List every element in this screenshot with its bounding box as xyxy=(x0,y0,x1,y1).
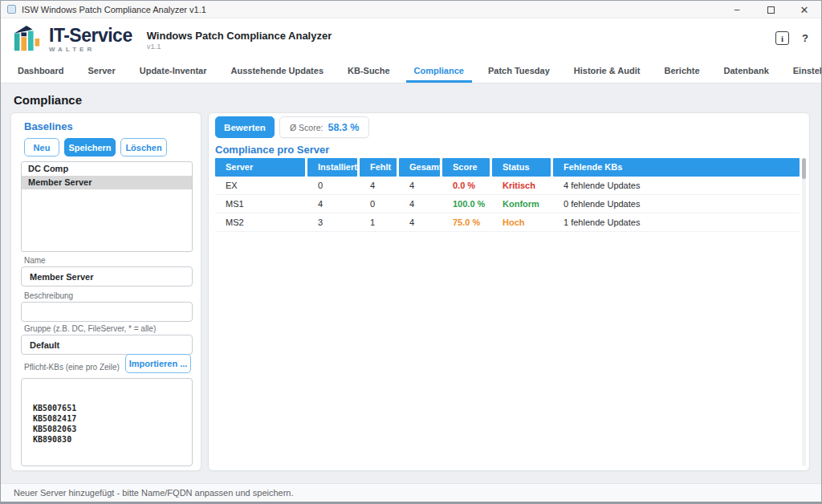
table-heading: Compliance pro Server xyxy=(215,144,329,156)
window-controls: – ✕ xyxy=(720,1,821,18)
delete-baseline-button[interactable]: Löschen xyxy=(120,138,167,156)
save-baseline-button[interactable]: Speichern xyxy=(64,138,116,156)
new-baseline-button[interactable]: Neu xyxy=(24,138,59,156)
cell-installed: 4 xyxy=(307,195,357,213)
score-value: 58.3 % xyxy=(328,122,359,133)
app-version: v1.1 xyxy=(147,42,332,51)
cell-installed: 0 xyxy=(307,177,357,194)
cell-status: Konform xyxy=(492,195,551,213)
baselines-panel: Baselines Neu Speichern Löschen DC CompM… xyxy=(10,112,201,471)
baselines-heading: Baselines xyxy=(24,120,73,132)
cell-total: 4 xyxy=(399,177,440,194)
close-button[interactable]: ✕ xyxy=(787,1,821,18)
group-label: Gruppe (z.B. DC, FileServer, * = alle) xyxy=(24,324,156,333)
app-header: IT-Service WALTER Windows Patch Complian… xyxy=(1,18,821,60)
description-field[interactable] xyxy=(21,302,193,322)
tab-patch-tuesday[interactable]: Patch Tuesday xyxy=(480,60,558,83)
window-title: ISW Windows Patch Compliance Analyzer v1… xyxy=(22,5,206,14)
help-icon[interactable]: ? xyxy=(802,32,808,44)
cell-missing-kbs: 0 fehlende Updates xyxy=(553,195,800,213)
baseline-list-item-member-server[interactable]: Member Server xyxy=(22,176,192,189)
compliance-table: ServerInstalliertFehltGesamtScoreStatusF… xyxy=(215,158,800,232)
table-scrollbar[interactable] xyxy=(802,158,806,466)
tab-bar: DashboardServerUpdate-InventarAusstehend… xyxy=(1,60,821,83)
info-icon[interactable]: i xyxy=(775,31,789,45)
column-header-fehlt[interactable]: Fehlt xyxy=(360,158,397,177)
app-window: ISW Windows Patch Compliance Analyzer v1… xyxy=(0,0,822,504)
brand-text: IT-Service WALTER xyxy=(49,26,132,53)
table-row-ex[interactable]: EX0440.0 %Kritisch4 fehlende Updates xyxy=(215,177,800,195)
tab-compliance[interactable]: Compliance xyxy=(406,60,472,83)
baseline-list-item-dc-comp[interactable]: DC Comp xyxy=(22,162,192,176)
tab-ausstehende-updates[interactable]: Ausstehende Updates xyxy=(222,60,332,83)
column-header-installiert[interactable]: Installiert xyxy=(307,158,357,177)
compliance-panel: Bewerten Ø Score: 58.3 % Compliance pro … xyxy=(208,112,810,471)
page-title: Compliance xyxy=(14,93,82,107)
scrollbar-thumb[interactable] xyxy=(802,158,806,179)
kbs-textarea[interactable]: KB5007651 KB5082417 KB5082063 KB890830 xyxy=(21,378,193,466)
average-score-box: Ø Score: 58.3 % xyxy=(279,116,369,138)
cell-server: EX xyxy=(215,177,305,194)
app-icon xyxy=(7,5,16,14)
cell-total: 4 xyxy=(399,213,440,231)
cell-score: 75.0 % xyxy=(442,213,490,231)
app-title: Windows Patch Compliance Analyzer xyxy=(147,30,332,43)
app-title-block: Windows Patch Compliance Analyzer v1.1 xyxy=(147,28,332,51)
cell-score: 0.0 % xyxy=(442,177,490,194)
tab-dashboard[interactable]: Dashboard xyxy=(10,60,71,83)
cell-missing: 0 xyxy=(360,195,397,213)
column-header-score[interactable]: Score xyxy=(442,158,490,177)
column-header-gesamt[interactable]: Gesamt xyxy=(399,158,440,177)
status-message: Neuer Server hinzugefügt - bitte Name/FQ… xyxy=(14,488,294,498)
maximize-button[interactable] xyxy=(754,1,787,18)
cell-installed: 3 xyxy=(307,213,357,231)
tab-server[interactable]: Server xyxy=(79,60,123,83)
cell-score: 100.0 % xyxy=(442,195,490,213)
tab-update-inventar[interactable]: Update-Inventar xyxy=(132,60,215,83)
tab-einstellungen[interactable]: Einstellungen xyxy=(785,60,822,83)
brand-subtitle: WALTER xyxy=(49,47,132,53)
content-area: Compliance Baselines Neu Speichern Lösch… xyxy=(1,83,821,484)
column-header-server[interactable]: Server xyxy=(215,158,305,177)
table-row-ms1[interactable]: MS1404100.0 %Konform0 fehlende Updates xyxy=(215,195,800,213)
cell-server: MS1 xyxy=(215,195,305,213)
status-bar: Neuer Server hinzugefügt - bitte Name/FQ… xyxy=(1,483,821,502)
name-label: Name xyxy=(24,256,46,265)
maximize-icon xyxy=(767,6,775,14)
score-label: Ø Score: xyxy=(290,123,323,132)
compliance-table-header: ServerInstalliertFehltGesamtScoreStatusF… xyxy=(215,158,800,177)
baseline-list: DC CompMember Server xyxy=(21,161,193,252)
header-actions: i ? xyxy=(775,31,808,45)
cell-missing-kbs: 4 fehlende Updates xyxy=(553,177,800,194)
title-bar[interactable]: ISW Windows Patch Compliance Analyzer v1… xyxy=(1,1,821,18)
description-label: Beschreibung xyxy=(24,291,73,300)
evaluate-button[interactable]: Bewerten xyxy=(215,116,275,138)
tab-kb-suche[interactable]: KB-Suche xyxy=(340,60,398,83)
tab-berichte[interactable]: Berichte xyxy=(656,60,707,83)
cell-missing-kbs: 1 fehlende Updates xyxy=(553,213,800,231)
column-header-fehlende-kbs[interactable]: Fehlende KBs xyxy=(553,158,800,177)
name-field[interactable] xyxy=(21,266,193,287)
brand-logo-icon xyxy=(12,24,43,55)
kbs-label: Pflicht-KBs (eine pro Zeile) xyxy=(24,363,120,372)
group-field[interactable] xyxy=(21,335,193,355)
compliance-table-body: EX0440.0 %Kritisch4 fehlende UpdatesMS14… xyxy=(215,177,800,232)
brand-name: IT-Service xyxy=(49,26,132,45)
cell-status: Kritisch xyxy=(492,177,551,194)
cell-missing: 4 xyxy=(360,177,397,194)
cell-server: MS2 xyxy=(215,213,305,231)
column-header-status[interactable]: Status xyxy=(492,158,551,177)
cell-total: 4 xyxy=(399,195,440,213)
table-row-ms2[interactable]: MS231475.0 %Hoch1 fehlende Updates xyxy=(215,213,800,232)
cell-missing: 1 xyxy=(360,213,397,231)
import-button[interactable]: Importieren ... xyxy=(125,354,191,373)
cell-status: Hoch xyxy=(492,213,551,231)
tab-datenbank[interactable]: Datenbank xyxy=(716,60,777,83)
minimize-button[interactable]: – xyxy=(720,1,754,18)
brand: IT-Service WALTER xyxy=(12,24,132,55)
tab-historie-audit[interactable]: Historie & Audit xyxy=(566,60,649,83)
